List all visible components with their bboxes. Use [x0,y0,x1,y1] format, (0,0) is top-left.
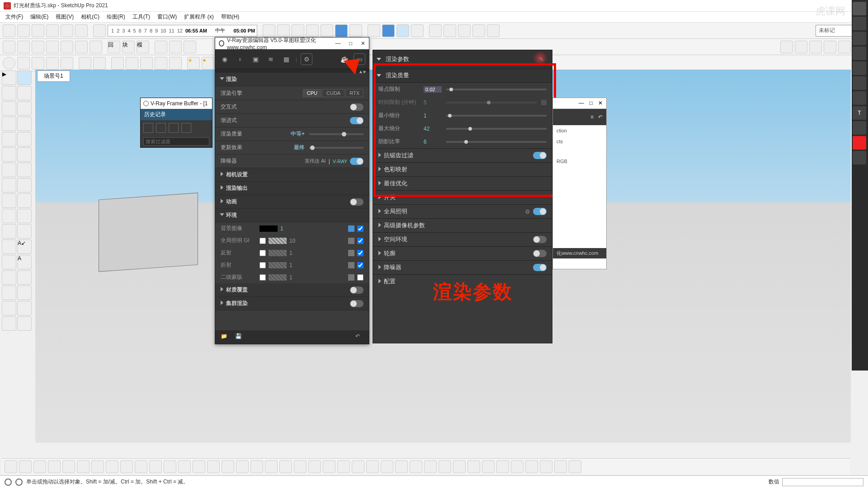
bt-21[interactable] [294,460,307,473]
lt-arc1[interactable] [2,147,16,162]
vfb-i1[interactable] [143,123,153,133]
lt-push[interactable] [17,178,32,192]
tool-new[interactable] [61,24,73,37]
t2-4[interactable] [46,41,59,53]
t2-5[interactable] [61,41,73,53]
light-icon[interactable]: ♀ [234,53,246,65]
bt-17[interactable] [236,460,249,473]
bt-33[interactable] [467,460,480,473]
t2-grid[interactable] [780,41,793,53]
lt-arc3[interactable] [2,163,16,177]
rt-text[interactable]: T [853,106,866,120]
rt-3[interactable] [853,47,866,60]
style-6[interactable] [335,24,348,37]
close-icon[interactable]: ✕ [361,40,365,47]
lt-zwin[interactable] [17,286,32,300]
rp-quality[interactable]: 渲染质量 [373,69,552,83]
lt-pencil[interactable] [2,101,16,116]
bt-8[interactable] [106,460,118,473]
globe-icon[interactable]: ◉ [219,53,231,65]
vr-7[interactable] [111,57,124,70]
tool-save[interactable] [46,24,59,37]
folder-icon[interactable]: 📁 [221,333,229,341]
lt-erase[interactable] [17,86,32,100]
lt-rect[interactable] [2,117,16,131]
bt-15[interactable] [207,460,220,473]
bt-13[interactable] [178,460,191,473]
lt-look[interactable] [2,316,16,331]
rt-6[interactable] [853,91,866,105]
t2-txt1[interactable]: 回 [108,41,120,53]
sect-anim[interactable]: 动画 [215,195,369,209]
bt-29[interactable] [410,460,422,473]
tgl-progressive[interactable] [350,117,363,124]
lt-rotate[interactable] [2,193,16,208]
cube-icon[interactable]: ▣ [250,53,261,65]
bt-4[interactable] [48,460,61,473]
t2-13[interactable] [824,41,836,53]
chk-rr1[interactable] [259,262,266,268]
lt-zext[interactable] [2,301,16,315]
bt-40[interactable] [569,460,581,473]
chk-m2[interactable] [357,274,363,281]
bt-12[interactable] [164,460,176,473]
t2-1[interactable] [3,41,15,53]
sect-matover[interactable]: 材质覆盖 [215,283,369,297]
chk-gi2[interactable] [357,238,363,244]
bt-32[interactable] [453,460,466,473]
bt-14[interactable] [193,460,205,473]
vr-6[interactable] [93,57,106,70]
tool-open[interactable] [17,24,30,37]
sl-update[interactable] [309,147,363,149]
rt-2[interactable] [853,32,866,45]
side-panel-peek[interactable]: —□✕ ≡↶ ction cts RGB 化www.cnwhc.com [552,98,607,269]
max-icon[interactable]: □ [349,40,352,47]
bt-3[interactable] [33,460,46,473]
lt-prot[interactable] [2,239,16,254]
chk-bg[interactable] [357,225,363,232]
bt-25[interactable] [352,460,364,473]
bt-18[interactable] [250,460,263,473]
tool-home[interactable] [32,24,44,37]
t2-2[interactable] [17,41,30,53]
lt-scale[interactable] [2,209,16,223]
vr-4[interactable] [61,57,73,70]
save-icon[interactable]: 💾 [235,333,243,341]
bt-11[interactable] [149,460,162,473]
vray-logo[interactable] [3,57,15,70]
tex-icon[interactable]: ▦ [280,53,292,65]
lt-circle[interactable] [2,132,16,146]
sect-camera[interactable]: 相机设置 [215,168,369,182]
vr-light[interactable]: ✦ [202,57,214,70]
sl-min[interactable] [446,115,547,117]
vray-asset-editor[interactable]: V-Ray资源编辑器 V5.0-草图联盟汉化 www.cnwhc.com — □… [215,37,369,344]
style-5[interactable] [321,24,333,37]
scene-tab[interactable]: 场景号1 [37,70,70,82]
lt-eye[interactable] [17,316,32,331]
t2-txt2[interactable]: 块 [122,41,135,53]
rt-8[interactable] [853,151,866,164]
iso-3[interactable] [396,24,409,37]
shadow-timebar[interactable]: 123456789101112 06:55 AM 中午 05:00 PM [108,25,257,37]
rp-color[interactable]: 色彩映射 [373,162,552,176]
undo-icon[interactable]: ↶ [355,333,363,341]
vr-8[interactable] [126,57,138,70]
lt-free[interactable] [17,101,32,116]
sect-2[interactable] [443,24,456,37]
bt-24[interactable] [337,460,350,473]
lt-pie[interactable] [17,163,32,177]
t2-7[interactable] [90,41,102,53]
lt-arc2[interactable] [17,147,32,162]
vfb-i2[interactable] [156,123,166,133]
chk-rf2[interactable] [357,250,363,256]
bt-26[interactable] [366,460,379,473]
info-icon[interactable] [5,479,12,486]
style-1[interactable] [263,24,275,37]
menu-help[interactable]: 帮助(H) [217,12,243,22]
chk-m1[interactable] [259,274,266,281]
rp-env[interactable]: 空间环境 [373,232,552,246]
bt-19[interactable] [265,460,278,473]
lt-pan[interactable] [17,270,32,285]
tgl-swarm[interactable] [350,300,363,307]
bt-2[interactable] [19,460,32,473]
